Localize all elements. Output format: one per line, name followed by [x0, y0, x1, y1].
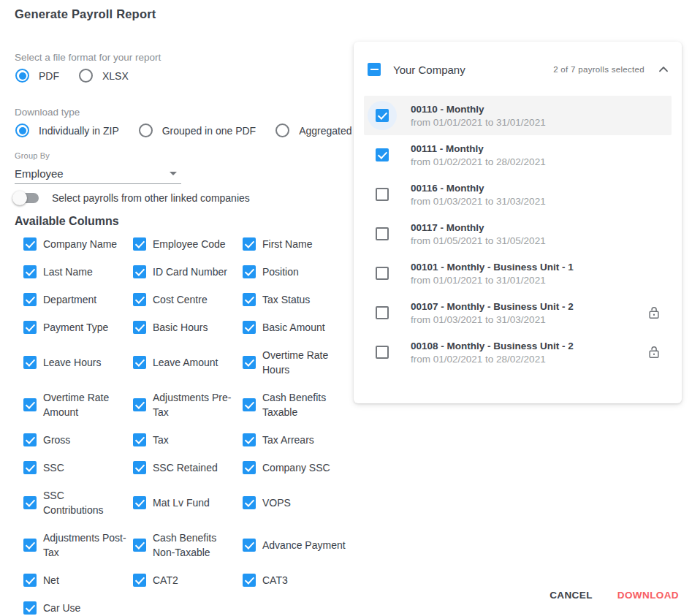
column-checkbox-advance-payment[interactable]: Advance Payment: [243, 538, 352, 552]
checkbox-checked-icon: [23, 237, 37, 251]
checkbox-checked-icon: [133, 237, 146, 251]
column-checkbox-overtime-rate-hours[interactable]: Overtime Rate Hours: [243, 348, 352, 377]
column-checkbox-cash-benefits-non-taxable[interactable]: Cash Benefits Non-Taxable: [133, 531, 243, 560]
payroll-row-00111-monthly[interactable]: 00111 - Monthlyfrom 01/02/2021 to 28/02/…: [364, 135, 672, 175]
group-by-select[interactable]: Employee: [15, 164, 181, 184]
column-label: Department: [43, 292, 96, 307]
column-label: Employee Code: [153, 237, 226, 251]
radio-unselected-icon: [79, 69, 93, 83]
radio-selected-icon: [15, 123, 29, 137]
column-checkbox-tax-status[interactable]: Tax Status: [243, 292, 352, 307]
radio-option-pdf[interactable]: PDF: [15, 69, 59, 83]
column-checkbox-payment-type[interactable]: Payment Type: [23, 320, 133, 335]
chevron-up-icon[interactable]: [655, 61, 672, 77]
column-checkbox-first-name[interactable]: First Name: [243, 237, 352, 251]
payroll-checkbox-wrap[interactable]: [368, 338, 397, 367]
column-checkbox-employee-code[interactable]: Employee Code: [133, 237, 243, 251]
column-label: Company SSC: [262, 460, 330, 475]
column-checkbox-cat2[interactable]: CAT2: [133, 573, 243, 588]
payroll-checkbox-wrap[interactable]: [368, 101, 397, 130]
checkbox-checked-icon: [133, 293, 146, 306]
payroll-row-00101-monthly-business-unit-1[interactable]: 00101 - Monthly - Business Unit - 1from …: [364, 254, 672, 293]
column-checkbox-tax[interactable]: Tax: [133, 433, 243, 447]
payroll-row-00107-monthly-business-unit-2[interactable]: 00107 - Monthly - Business Unit - 2from …: [364, 293, 672, 332]
linked-companies-toggle[interactable]: [12, 190, 39, 205]
column-label: Adjustments Pre-Tax: [153, 390, 237, 419]
cancel-button[interactable]: CANCEL: [542, 584, 600, 607]
payroll-row-00110-monthly[interactable]: 00110 - Monthlyfrom 01/01/2021 to 31/01/…: [364, 96, 672, 135]
column-checkbox-overtime-rate-amount[interactable]: Overtime Rate Amount: [23, 390, 133, 419]
checkbox-checked-icon: [133, 539, 146, 552]
column-label: Tax Status: [262, 292, 310, 307]
payroll-text: 00107 - Monthly - Business Unit - 2from …: [411, 301, 574, 325]
payroll-row-00117-monthly[interactable]: 00117 - Monthlyfrom 01/05/2021 to 31/05/…: [364, 214, 672, 254]
payroll-checkbox-wrap[interactable]: [368, 140, 397, 170]
column-checkbox-leave-amount[interactable]: Leave Amount: [133, 355, 243, 370]
dropdown-arrow-icon: [170, 172, 177, 175]
column-checkbox-cost-centre[interactable]: Cost Centre: [133, 292, 243, 307]
column-checkbox-id-card-number[interactable]: ID Card Number: [133, 265, 243, 279]
checkbox-unchecked-icon: [376, 267, 389, 280]
checkbox-checked-icon: [23, 356, 37, 369]
column-label: Leave Amount: [153, 355, 218, 370]
download-button[interactable]: DOWNLOAD: [610, 584, 686, 607]
radio-option-xlsx[interactable]: XLSX: [79, 69, 129, 83]
column-checkbox-ssc[interactable]: SSC: [23, 460, 133, 475]
column-label: Adjustments Post-Tax: [43, 531, 127, 560]
column-checkbox-leave-hours[interactable]: Leave Hours: [23, 355, 133, 370]
column-checkbox-ssc-retained[interactable]: SSC Retained: [133, 460, 243, 475]
linked-companies-toggle-label: Select payrolls from other linked compan…: [52, 192, 250, 204]
payroll-row-00116-monthly[interactable]: 00116 - Monthlyfrom 01/03/2021 to 31/03/…: [364, 175, 672, 214]
payroll-row-00108-monthly-business-unit-2[interactable]: 00108 - Monthly - Business Unit - 2from …: [364, 332, 672, 372]
radio-option-individually-in-zip[interactable]: Individually in ZIP: [15, 123, 119, 137]
column-checkbox-tax-arrears[interactable]: Tax Arrears: [243, 433, 352, 447]
payroll-checkbox-wrap[interactable]: [368, 259, 397, 288]
download-type-label: Download type: [15, 107, 80, 118]
column-checkbox-adjustments-post-tax[interactable]: Adjustments Post-Tax: [23, 531, 133, 560]
file-format-radio-group: PDFXLSX: [15, 69, 129, 83]
radio-option-label: XLSX: [102, 70, 129, 82]
payroll-checkbox-wrap[interactable]: [368, 219, 397, 248]
column-checkbox-net[interactable]: Net: [23, 573, 133, 588]
company-select-all-checkbox[interactable]: [368, 63, 381, 76]
column-checkbox-vops[interactable]: VOPS: [243, 495, 352, 510]
column-checkbox-basic-hours[interactable]: Basic Hours: [133, 320, 243, 335]
payroll-period: from 01/02/2021 to 28/02/2021: [411, 354, 574, 365]
column-label: Tax Arrears: [262, 433, 314, 447]
payroll-checkbox-wrap[interactable]: [368, 298, 397, 327]
column-checkbox-gross[interactable]: Gross: [23, 433, 133, 447]
checkbox-checked-icon: [133, 398, 146, 411]
checkbox-checked-icon: [243, 496, 256, 509]
column-checkbox-ssc-contributions[interactable]: SSC Contributions: [23, 488, 133, 517]
column-label: Payment Type: [43, 320, 108, 335]
column-checkbox-position[interactable]: Position: [243, 265, 352, 279]
column-checkbox-cash-benefits-taxable[interactable]: Cash Benefits Taxable: [243, 390, 352, 419]
column-checkbox-car-use[interactable]: Car Use: [23, 601, 133, 615]
radio-option-aggregated[interactable]: Aggregated: [275, 123, 351, 137]
column-checkbox-company-ssc[interactable]: Company SSC: [243, 460, 352, 475]
dialog-title: Generate Payroll Report: [15, 7, 156, 21]
radio-option-grouped-in-one-pdf[interactable]: Grouped in one PDF: [139, 123, 256, 137]
column-label: SSC Retained: [153, 460, 218, 475]
column-label: Car Use: [43, 601, 80, 615]
column-checkbox-mat-lv-fund[interactable]: Mat Lv Fund: [133, 495, 243, 510]
checkbox-checked-icon: [243, 433, 256, 446]
checkbox-unchecked-icon: [376, 306, 389, 319]
checkbox-checked-icon: [243, 356, 256, 369]
checkbox-checked-icon: [133, 356, 146, 369]
group-by-value: Employee: [15, 167, 64, 180]
payroll-checkbox-wrap[interactable]: [368, 180, 397, 209]
column-checkbox-department[interactable]: Department: [23, 292, 133, 307]
checkbox-checked-icon: [243, 265, 256, 278]
payroll-period: from 01/05/2021 to 31/05/2021: [411, 235, 546, 246]
checkbox-checked-icon: [133, 433, 146, 446]
checkbox-checked-icon: [243, 461, 256, 474]
column-checkbox-adjustments-pre-tax[interactable]: Adjustments Pre-Tax: [133, 390, 243, 419]
column-checkbox-company-name[interactable]: Company Name: [23, 237, 133, 251]
checkbox-checked-icon: [243, 321, 256, 334]
column-checkbox-last-name[interactable]: Last Name: [23, 265, 133, 279]
radio-option-label: PDF: [39, 70, 59, 82]
column-checkbox-cat3[interactable]: CAT3: [243, 573, 352, 588]
column-label: Position: [262, 265, 299, 279]
column-checkbox-basic-amount[interactable]: Basic Amount: [243, 320, 352, 335]
